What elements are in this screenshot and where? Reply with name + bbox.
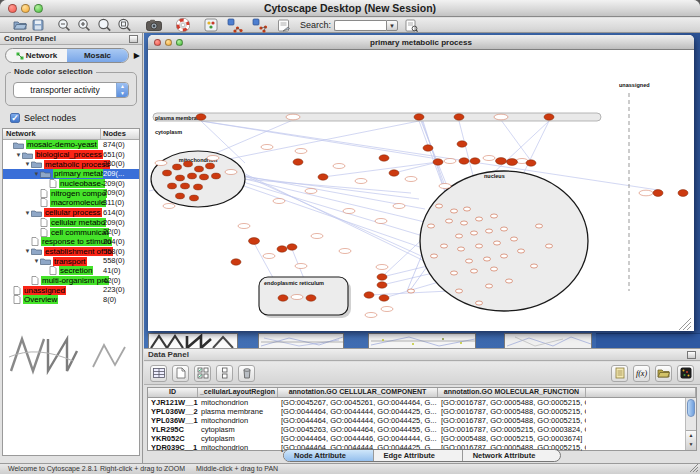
background-window-fragment[interactable] (504, 333, 592, 348)
cell-cellular-component[interactable]: [GO:0044464, GO:0044444, GO:0044425, G..… (278, 407, 438, 416)
cell-id[interactable]: YDR039C__1 (148, 443, 198, 452)
tree-row[interactable]: macromolecule 311(0) (3, 198, 139, 208)
cell-region[interactable]: mitochondrion (198, 398, 278, 407)
app-titlebar[interactable]: Cytoscape Desktop (New Session) (0, 0, 700, 17)
tree-column-nodes[interactable]: Nodes (101, 129, 139, 139)
network-window-titlebar[interactable]: primary metabolic process (148, 35, 694, 50)
expander-icon[interactable]: ▼ (24, 210, 31, 216)
tree-row[interactable]: ▼ primary metabo 209(... (3, 169, 139, 179)
background-window-fragment[interactable] (258, 333, 344, 348)
background-window-fragment[interactable] (148, 333, 238, 348)
cell-cellular-component[interactable]: [GO:0044464, GO:0044444, GO:0044425, G..… (278, 416, 438, 425)
expander-icon[interactable]: ▼ (15, 152, 22, 158)
cell-molecular-function[interactable]: [GO:0016787, GO:0005488, GO:0005215, G..… (438, 407, 586, 416)
expander-icon[interactable]: ▼ (24, 161, 31, 167)
node-color-select[interactable]: transporter activity ▲▼ (13, 82, 129, 98)
tab-edge-attribute-browser[interactable]: Edge Attribute Browser (374, 450, 463, 461)
canvas-resize-grip-icon[interactable] (679, 318, 691, 330)
cell-molecular-function[interactable]: [GO:0016787, GO:0005488, GO:0005215, G..… (438, 416, 586, 425)
tab-mosaic[interactable]: Mosaic (67, 49, 128, 62)
formula-icon[interactable]: f(x) (633, 365, 650, 382)
expander-icon[interactable]: ▼ (33, 171, 40, 177)
open-icon[interactable] (13, 18, 27, 32)
help-icon[interactable] (176, 18, 190, 32)
save-icon[interactable] (32, 18, 44, 32)
combo-stepper-icon[interactable]: ▲▼ (116, 83, 128, 97)
search-input[interactable] (334, 20, 386, 31)
tree-row[interactable]: multi-organism pro 42(0) (3, 276, 139, 286)
window-resize-grip-icon[interactable] (689, 463, 699, 473)
column-header[interactable]: annotation.GO MOLECULAR_FUNCTION (438, 388, 586, 397)
minimize-icon[interactable] (21, 4, 30, 13)
float-panel-icon[interactable] (687, 351, 696, 359)
tree-row[interactable]: secretion 41(0) (3, 266, 139, 276)
scrollbar-arrows[interactable]: ▲▼ (686, 430, 696, 450)
table-row[interactable]: YKR052C cytoplasm [GO:0044464, GO:004444… (148, 434, 696, 443)
column-header[interactable]: annotation.GO CELLULAR_COMPONENT (278, 388, 438, 397)
zoom-window-icon[interactable] (34, 4, 43, 13)
column-header[interactable]: ID (148, 388, 198, 397)
tree-row[interactable]: ▼ metabolic process 280(0) (3, 159, 139, 169)
tab-network[interactable]: Network (6, 49, 67, 62)
tab-node-attribute-browser[interactable]: Node Attribute Browser (284, 450, 374, 461)
cell-region[interactable]: cytoplasm (198, 434, 278, 443)
cell-id[interactable]: YKR052C (148, 434, 198, 443)
layout-icon-2[interactable] (252, 18, 268, 32)
expander-icon[interactable]: ▼ (33, 258, 40, 264)
tab-overflow-arrow-icon[interactable]: ▶ (134, 51, 140, 60)
table-row[interactable]: YPL036W__1 mitochondrion [GO:0044464, GO… (148, 416, 696, 425)
zoom-out-icon[interactable] (57, 18, 71, 32)
cell-region[interactable]: mitochondrion (198, 416, 278, 425)
network-view-window[interactable]: primary metabolic process (148, 35, 694, 331)
new-attribute-icon[interactable] (172, 365, 189, 382)
cell-id[interactable]: YPL036W__2 (148, 407, 198, 416)
cell-region[interactable]: plasma membrane (198, 407, 278, 416)
tree-row[interactable]: nucleobase- 209(0) (3, 179, 139, 189)
tree-row[interactable]: cellular metabo 209(0) (3, 218, 139, 228)
layout-icon-1[interactable] (227, 18, 243, 32)
tree-row[interactable]: unassigned 223(0) (3, 285, 139, 295)
table-scrollbar[interactable]: ▲▼ (685, 398, 696, 450)
table-row[interactable]: YJR121W__1 mitochondrion [GO:0045267, GO… (148, 398, 696, 407)
attribute-table-icon[interactable] (150, 365, 167, 382)
zoom-window-icon[interactable] (176, 39, 183, 46)
minimize-icon[interactable] (165, 39, 172, 46)
tree-row[interactable]: ▼ cellular process 614(0) (3, 208, 139, 218)
tab-network-attribute-browser[interactable]: Network Attribute Browser (463, 450, 560, 461)
cell-molecular-function[interactable]: [GO:0005488, GO:0005215, GO:0003674] (438, 434, 586, 443)
select-attributes-icon[interactable] (194, 365, 211, 382)
search-options-icon[interactable] (405, 18, 418, 32)
float-panel-icon[interactable] (129, 35, 138, 43)
cell-cellular-component[interactable]: [GO:0045263, GO:0044464, GO:0044455, G..… (278, 425, 438, 434)
tree-row[interactable]: response to stimulu 264(0) (3, 237, 139, 247)
cell-region[interactable]: cytoplasm (198, 425, 278, 434)
cell-region[interactable]: mitochondrion (198, 443, 278, 452)
snapshot-icon[interactable] (146, 18, 162, 32)
background-window-fragment[interactable] (368, 333, 476, 348)
cell-cellular-component[interactable]: [GO:0044464, GO:0044446, GO:0044444, G..… (278, 434, 438, 443)
select-nodes-checkbox[interactable]: ✓ (10, 113, 20, 123)
network-canvas[interactable]: plasma membrane cytoplasm mitochondrion … (149, 51, 693, 331)
tree-row[interactable]: cell communicat 22(0) (3, 227, 139, 237)
close-icon[interactable] (154, 39, 161, 46)
cell-molecular-function[interactable]: [GO:0016787, GO:0005488, GO:0005215, G..… (438, 398, 586, 407)
notes-icon[interactable] (611, 365, 628, 382)
zoom-selected-icon[interactable] (117, 18, 132, 32)
import-attributes-icon[interactable] (655, 365, 672, 382)
tree-row[interactable]: Overview 8(0) (3, 295, 139, 305)
cell-cellular-component[interactable]: [GO:0045267, GO:0045261, GO:0044464, G..… (278, 398, 438, 407)
unselect-attributes-icon[interactable] (216, 365, 233, 382)
tree-row[interactable]: nitrogen compo 209(0) (3, 188, 139, 198)
matrix-icon[interactable] (677, 365, 694, 382)
tree-row[interactable]: ▼ establishment of lo 558(0) (3, 247, 139, 257)
cell-molecular-function[interactable]: [GO:0016787, GO:0005215, GO:0003824, G..… (438, 425, 586, 434)
zoom-in-icon[interactable] (77, 18, 91, 32)
expander-icon[interactable]: ▼ (24, 248, 31, 254)
tree-row[interactable]: ▼ biological_process 651(0) (3, 150, 139, 160)
tree-row[interactable]: mosaic-demo-yeast 874(0) (3, 140, 139, 150)
vizmapper-icon[interactable] (204, 18, 218, 32)
close-icon[interactable] (8, 4, 17, 13)
zoom-fit-icon[interactable] (97, 18, 112, 32)
column-header[interactable]: _cellularLayoutRegion (198, 388, 278, 397)
tree-row[interactable]: ▼ transport 558(0) (3, 256, 139, 266)
